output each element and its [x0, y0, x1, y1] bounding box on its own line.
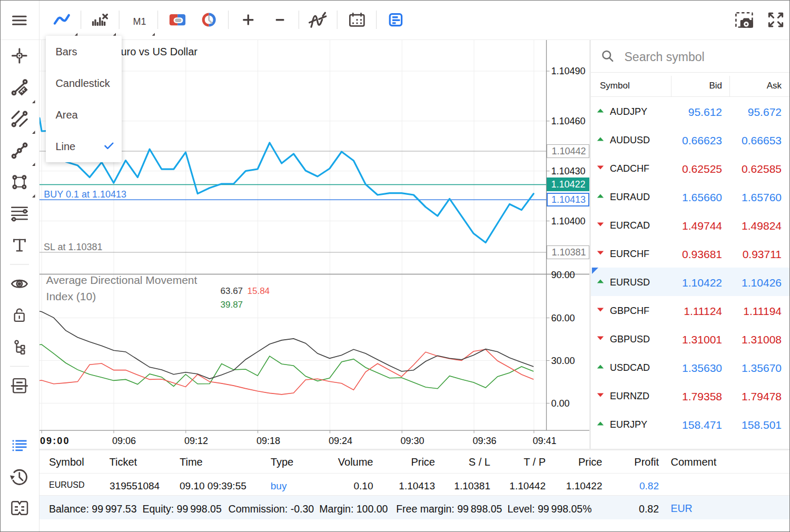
- svg-text:M1: M1: [133, 16, 146, 27]
